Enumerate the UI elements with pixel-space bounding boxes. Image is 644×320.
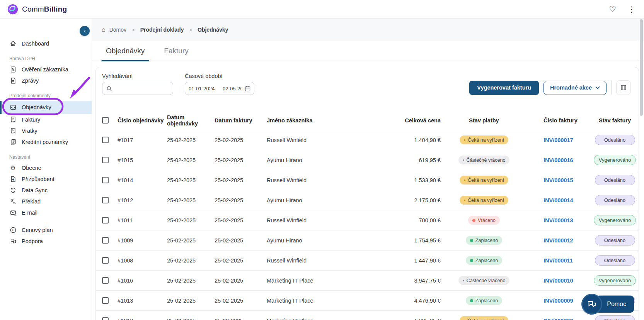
row-checkbox[interactable] <box>102 197 109 203</box>
sidebar-item-obecne[interactable]: ⚙ Obecne <box>0 162 92 173</box>
invoice-number-link[interactable]: INV/000015 <box>543 177 573 183</box>
invoice-euro-icon: € <box>9 116 17 123</box>
sidebar-item-podpora[interactable]: Podpora <box>0 235 92 247</box>
table-row[interactable]: #1008 25-02-2025 25-02-2025 Russell Winf… <box>96 251 639 271</box>
breadcrumb-home-icon[interactable]: ⌂ <box>102 26 106 33</box>
sidebar-item-label: Kreditní poznámky <box>22 139 68 145</box>
invoice-number-link[interactable]: INV/000017 <box>543 137 573 143</box>
row-checkbox[interactable] <box>102 217 109 223</box>
breadcrumb-prodejni-doklady[interactable]: Prodejní doklady <box>140 27 184 33</box>
app-window: CommBilling ♡ ⋮ ‹ Dashboard Správa DPH O… <box>0 0 644 320</box>
row-checkbox[interactable] <box>102 237 109 244</box>
sidebar-item-label: Podpora <box>22 238 43 244</box>
row-checkbox[interactable] <box>102 297 109 304</box>
generate-invoice-button[interactable]: Vygenerovat fakturu <box>469 81 539 95</box>
sidebar-item-kreditni-poznamky[interactable]: Kreditní poznámky <box>0 136 92 147</box>
total-price-cell: 1.625,25 € <box>383 318 441 320</box>
row-checkbox[interactable] <box>102 157 109 163</box>
invoice-number-link[interactable]: INV/000009 <box>543 298 573 304</box>
chevron-down-icon <box>595 86 600 89</box>
table-row[interactable]: #1012 25-02-2025 25-02-2025 Ayumu Hirano… <box>96 190 639 210</box>
table-header-row: Číslo objednávky Datum objednávky Datum … <box>96 111 639 130</box>
sidebar-item-faktury[interactable]: € Faktury <box>0 114 92 125</box>
table-row[interactable]: #1013 25-02-2025 25-02-2025 Marketing IT… <box>96 291 639 311</box>
sidebar-item-overeni-zakaznika[interactable]: Ověření zákazníka <box>0 64 92 75</box>
columns-icon <box>620 84 627 91</box>
more-options-kebab-icon[interactable]: ⋮ <box>626 5 637 13</box>
invoice-status-badge: Vygenerováno <box>594 215 636 225</box>
sidebar-item-email[interactable]: E-mail <box>0 207 92 218</box>
invoice-status-label: Odesláno <box>604 237 626 243</box>
date-range-input[interactable]: 01-01-2024 — 02-05-202 <box>185 82 254 95</box>
tab-faktury[interactable]: Faktury <box>164 47 188 61</box>
table-row[interactable]: #1009 25-02-2025 25-02-2025 Ayumu Hirano… <box>96 230 639 251</box>
sidebar-item-objednavky[interactable]: Objednávky <box>0 101 92 114</box>
favorites-heart-icon[interactable]: ♡ <box>609 5 616 13</box>
row-checkbox[interactable] <box>102 317 109 320</box>
sidebar-item-preklad[interactable]: A Překlad <box>0 196 92 207</box>
sidebar-item-prizpusobeni[interactable]: ✱ Přizpůsobení <box>0 173 92 185</box>
column-header-invoice-status: Stav faktury <box>591 117 639 124</box>
bulk-actions-button[interactable]: Hromadné akce <box>543 81 607 95</box>
column-header-invoice-date: Datum faktury <box>215 117 267 124</box>
select-all-checkbox[interactable] <box>102 117 109 124</box>
main-content: ⌂ Domov > Prodejní doklady > Objednávky … <box>92 19 644 320</box>
order-date-cell: 25-02-2025 <box>167 217 215 223</box>
table-row[interactable]: #1011 25-02-2025 25-02-2025 Russell Winf… <box>96 210 639 230</box>
invoice-number-link[interactable]: INV/000010 <box>543 278 573 284</box>
invoice-number-link[interactable]: INV/000011 <box>543 257 573 264</box>
sidebar-item-data-sync[interactable]: Data Sync <box>0 185 92 196</box>
sidebar-item-cenovy-plan[interactable]: € Cenový plán <box>0 224 92 235</box>
sidebar-section-nastaveni: Nastavení <box>0 147 92 162</box>
invoice-status-label: Vygenerováno <box>599 157 631 163</box>
invoice-number-link[interactable]: INV/000016 <box>543 157 573 163</box>
table-row[interactable]: #1015 25-02-2025 25-02-2025 Ayumu Hirano… <box>96 150 639 170</box>
payment-status-badge: Částečně vráceno <box>458 276 510 285</box>
return-receipt-icon <box>9 127 17 134</box>
tab-objednavky[interactable]: Objednávky <box>106 47 145 61</box>
total-price-cell: 3.947,75 € <box>383 278 441 284</box>
vertical-scrollbar-thumb[interactable] <box>640 19 643 116</box>
sidebar-item-zpravy[interactable]: Zprávy <box>0 75 92 86</box>
invoice-status-badge: Odesláno <box>595 235 635 246</box>
breadcrumb-domov[interactable]: Domov <box>109 27 126 33</box>
help-button[interactable]: Pomoc <box>581 294 634 315</box>
table-row[interactable]: #1017 25-02-2025 25-02-2025 Russell Winf… <box>96 130 639 150</box>
customer-name-cell: Russell Winfield <box>267 137 383 143</box>
search-input[interactable] <box>115 86 169 91</box>
invoice-date-cell: 25-02-2025 <box>215 298 267 304</box>
row-checkbox[interactable] <box>102 137 109 143</box>
order-date-cell: 25-02-2025 <box>167 237 215 244</box>
total-price-cell: 2.175,00 € <box>383 197 441 203</box>
breadcrumb-separator: > <box>189 27 192 33</box>
payment-status-label: Zaplaceno <box>475 258 498 263</box>
total-price-cell: 4.476,90 € <box>383 298 441 304</box>
order-number-cell: #1012 <box>118 197 167 203</box>
payment-status-badge: Zaplaceno <box>466 296 502 305</box>
sidebar-item-dashboard[interactable]: Dashboard <box>0 38 92 49</box>
table-row[interactable]: #1016 25-02-2025 25-02-2025 Marketing IT… <box>96 271 639 291</box>
invoice-number-link[interactable]: INV/000013 <box>543 217 573 223</box>
sidebar-collapse-button[interactable]: ‹ <box>80 26 90 36</box>
breadcrumb-separator: > <box>132 27 135 33</box>
orders-panel: Vyhledávání Časové období 01-01-2024 — 0… <box>95 67 639 320</box>
invoice-number-link[interactable]: INV/000008 <box>543 318 573 320</box>
row-checkbox[interactable] <box>102 277 109 284</box>
column-settings-button[interactable] <box>616 80 631 95</box>
calendar-icon[interactable] <box>245 86 250 91</box>
sidebar-item-vratky[interactable]: Vratky <box>0 125 92 136</box>
sidebar-item-label: Obecne <box>22 165 41 171</box>
sidebar-item-label: Faktury <box>22 117 40 123</box>
invoice-number-link[interactable]: INV/000012 <box>543 237 573 244</box>
row-checkbox[interactable] <box>102 177 109 183</box>
tab-bar: Objednávky Faktury <box>92 41 644 61</box>
row-checkbox[interactable] <box>102 257 109 264</box>
table-row[interactable]: #1014 25-02-2025 25-02-2025 Russell Winf… <box>96 170 639 190</box>
table-row[interactable]: #1010 25-02-2025 25-02-2025 Marketing IT… <box>96 311 639 320</box>
sidebar-item-label: Překlad <box>22 198 41 205</box>
invoice-status-badge: Vygenerováno <box>594 155 636 165</box>
invoice-number-link[interactable]: INV/000014 <box>543 197 573 203</box>
payment-status-badge: Zaplaceno <box>466 236 502 245</box>
total-price-cell: 1.754,95 € <box>383 237 441 244</box>
order-date-cell: 25-02-2025 <box>167 318 215 320</box>
